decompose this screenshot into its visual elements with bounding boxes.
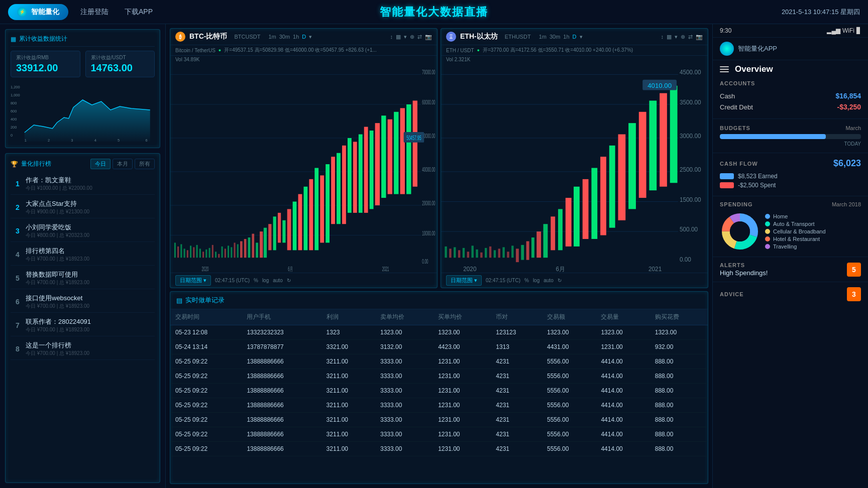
svg-text:1,200: 1,200 [11,85,20,89]
eth-tool-more[interactable]: ▾ [675,34,678,40]
alerts-text: High Spendings! [720,269,768,277]
svg-rect-40 [218,254,220,258]
eth-tool-camera[interactable]: 📷 [696,34,703,40]
legend-dot [765,221,770,226]
rank-sub: 今日 ¥1000.00 | 总 ¥22000.00 [26,185,152,192]
main-content: ▦ 累计收益数据统计 累计收益/RMB 33912.00 累计收益/USDT 1… [0,24,868,488]
table-cell: 3321.00 [321,340,375,354]
table-cell: 3211.00 [321,398,375,413]
btc-date-range[interactable]: 日期范围 ▾ [175,275,211,286]
table-col-header: 利润 [321,309,375,325]
btc-tool-arrows[interactable]: ↕ [390,34,393,40]
btc-icon: ₿ [175,32,185,42]
rank-num: 7 [14,321,22,329]
btc-tf-d[interactable]: D [302,34,306,40]
btc-tool-more[interactable]: ▾ [404,34,407,40]
eth-tf-30m[interactable]: 30m [550,34,560,40]
table-col-header: 用户手机 [242,309,321,325]
svg-rect-126 [591,168,597,239]
svg-text:6: 6 [145,138,147,143]
table-cell: 3333.00 [375,427,433,442]
advice-badge[interactable]: 3 [847,287,861,301]
table-cell: 1313 [491,340,542,354]
table-cell: 05-24 13:14 [170,340,242,354]
rank-item: 7 联系作者：280224091 今日 ¥700.00 | 总 ¥18923.0… [11,315,155,336]
svg-rect-37 [209,248,210,258]
rank-info: 作者：凯文童鞋 今日 ¥1000.00 | 总 ¥22000.00 [26,176,152,192]
svg-text:20000.00: 20000.00 [422,200,435,207]
alerts-badge[interactable]: 5 [847,263,861,277]
table-cell: 1231.00 [433,413,491,427]
svg-text:6月: 6月 [288,266,293,273]
legend-item: Home [765,213,826,219]
eth-tf-d[interactable]: D [573,34,577,40]
rank-sub: 今日 ¥700.00 | 总 ¥18923.00 [26,350,152,357]
btc-tool-exchange[interactable]: ⇄ [417,34,422,40]
table-cell: 5556.00 [542,442,596,456]
eth-log[interactable]: log [533,278,539,283]
eth-tool-exchange[interactable]: ⇄ [688,34,693,40]
tab-all[interactable]: 所有 [135,159,155,169]
spending-period: March 2018 [832,201,861,207]
table-cell: 5556.00 [542,398,596,413]
table-col-header: 交易量 [596,309,649,325]
svg-rect-44 [231,247,232,258]
svg-rect-67 [337,153,341,224]
eth-tool-bar[interactable]: ▦ [667,34,672,40]
left-sparkline: 1,200 1,000 800 600 400 200 0 1 2 3 4 [11,82,155,143]
svg-rect-61 [304,187,308,251]
eth-tf-1m[interactable]: 1m [539,34,547,40]
eth-tool-add[interactable]: ⊕ [681,34,685,40]
svg-rect-100 [449,249,451,258]
eth-refresh-icon[interactable]: ↻ [558,278,562,283]
btc-tool-bar[interactable]: ▦ [396,34,401,40]
hamburger-icon[interactable] [720,66,729,72]
nav-download[interactable]: 下载APP [125,8,153,17]
svg-text:4010.00: 4010.00 [647,82,672,89]
nav-register[interactable]: 注册登陆 [80,8,108,17]
svg-rect-118 [531,237,534,258]
eth-tool-arrows[interactable]: ↕ [661,34,664,40]
tab-today[interactable]: 今日 [90,159,111,169]
table-cell: 1323.00 [433,325,491,340]
svg-text:60000.00: 60000.00 [422,99,435,106]
svg-rect-65 [325,164,330,242]
btc-auto[interactable]: auto [273,278,282,283]
table-row: 05-25 09:22138888866663211.003333.001231… [170,384,708,398]
svg-text:800: 800 [11,101,17,105]
btc-tool-camera[interactable]: 📷 [425,34,432,40]
cash-value: $16,854 [835,92,861,100]
rank-info: 大家点点Star支持 今日 ¥900.00 | 总 ¥21300.00 [26,199,152,215]
table-col-header: 交易时间 [170,309,242,325]
svg-rect-69 [348,138,352,213]
budget-bar-bg [720,134,861,139]
tab-month[interactable]: 本月 [113,159,133,169]
svg-rect-124 [574,187,580,247]
table-cell: 05-25 09:22 [170,427,242,442]
table-scroll[interactable]: 交易时间用户手机利润卖单均价买单均价币对交易额交易量购买花费 05-23 12:… [170,309,708,483]
eth-date-range[interactable]: 日期范围 ▾ [446,275,482,286]
svg-rect-125 [583,179,589,239]
rank-info: 接口使用websocket 今日 ¥700.00 | 总 ¥18923.00 [26,294,152,310]
stat-rmb-label: 累计收益/RMB [16,54,75,61]
spending-body: Home Auto & Transport Cellular & Broadba… [720,211,861,252]
alerts-section: ALERTS High Spendings! 5 [713,257,868,282]
rank-num: 4 [14,251,22,259]
btc-refresh-icon[interactable]: ↻ [287,278,291,283]
btc-log[interactable]: log [262,278,269,283]
table-row: 05-25 09:22138888866663211.003333.001231… [170,442,708,456]
eth-live-dot: ● [477,48,480,53]
btc-tf-1h[interactable]: 1h [293,34,299,40]
eth-auto[interactable]: auto [544,278,553,283]
phone-content[interactable]: Overview ACCOUNTS Cash $16,854 Credit De… [713,60,868,488]
eth-tf-1h[interactable]: 1h [563,34,569,40]
btc-tf-30m[interactable]: 30m [279,34,290,40]
table-title: ▤ 实时做单记录 [176,296,225,305]
btc-utc: 02:47:15 (UTC) [215,278,250,283]
btc-tf-1m[interactable]: 1m [268,34,276,40]
table-cell: 888.00 [650,398,708,413]
budget-today: TODAY [720,141,861,147]
rank-name: 联系作者：280224091 [26,317,152,326]
logo-button[interactable]: ⚡ 智能量化 [8,4,68,20]
btc-tool-add[interactable]: ⊕ [410,34,414,40]
